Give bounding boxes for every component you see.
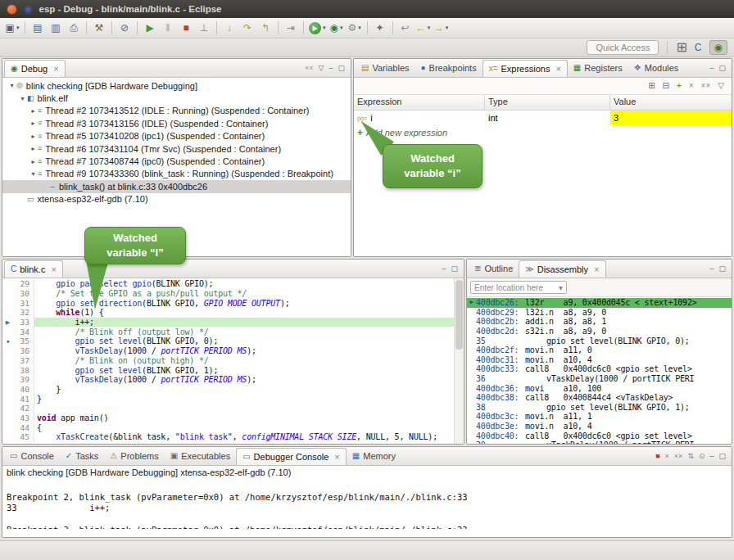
new-wizard-button[interactable]: ▣▾: [4, 20, 20, 36]
code-line[interactable]: 36 vTaskDelay(1000 / portTICK_PERIOD_MS)…: [2, 346, 455, 356]
expander-icon[interactable]: ▸: [29, 120, 38, 127]
collapse-all-icon[interactable]: ⊟: [663, 82, 669, 90]
tab-memory[interactable]: ▦Memory: [347, 447, 401, 465]
window-close-button[interactable]: [7, 4, 17, 15]
last-edit-button[interactable]: ↩: [397, 20, 414, 36]
code-line[interactable]: 32 while(1) {: [2, 308, 455, 318]
disasm-source-line[interactable]: 36vTaskDelay(1000 / portTICK_PERI: [467, 374, 732, 384]
code-line[interactable]: 34 /* Blink off (output low) */: [2, 327, 455, 336]
disasm-line[interactable]: 400dbc3c:movi.n a11, 1: [467, 412, 732, 422]
save-button[interactable]: ▤: [29, 20, 46, 36]
disasm-line[interactable]: 400dbc31:movi.n a10, 4: [467, 355, 732, 365]
chevron-down-icon[interactable]: ▾: [16, 25, 20, 31]
expander-icon[interactable]: ▾: [7, 82, 16, 89]
minimize-icon[interactable]: –: [709, 65, 714, 72]
maximize-icon[interactable]: ▢: [338, 65, 345, 72]
console-output[interactable]: Breakpoint 2, blink_task (pvParameter=0x…: [2, 491, 732, 529]
minimize-icon[interactable]: –: [442, 265, 446, 273]
tab-expressions[interactable]: x=Expressions×: [483, 60, 568, 77]
column-header-value[interactable]: Value: [610, 95, 732, 110]
scroll-lock-icon[interactable]: ⇅: [687, 453, 694, 460]
expander-icon[interactable]: ▸: [29, 133, 38, 140]
code-line[interactable]: 40 }: [2, 385, 455, 395]
tree-row[interactable]: ▾◧blink.elf: [2, 92, 351, 104]
chevron-down-icon[interactable]: ▾: [340, 25, 343, 31]
tab-problems[interactable]: ⚠Problems: [104, 447, 164, 465]
code-line[interactable]: 30 /* Set the GPIO as a push/pull output…: [2, 289, 455, 299]
tree-row[interactable]: ▾≡Thread #9 1073433360 (blink_task : Run…: [2, 168, 351, 180]
add-new-expression-row[interactable]: +Add new expression: [354, 125, 732, 140]
tree-row[interactable]: ▸≡Thread #7 1073408744 (ipc0) (Suspended…: [2, 155, 351, 167]
disasm-source-line[interactable]: 39vTaskDelay(1000 / portTICK_PERI: [467, 440, 732, 444]
code-line[interactable]: ▶33 i++;: [2, 318, 455, 327]
minimize-icon[interactable]: –: [709, 265, 714, 273]
run-button[interactable]: ▶▾: [308, 20, 327, 36]
build-button[interactable]: ⚒: [91, 20, 107, 36]
disasm-source-line[interactable]: 38gpio_set_level(BLINK_GPIO, 1);: [467, 403, 732, 413]
close-tab-icon[interactable]: ×: [334, 452, 339, 462]
code-line[interactable]: 38 gpio_set_level(BLINK_GPIO, 1);: [2, 365, 455, 375]
disconnect-button[interactable]: ⊥: [196, 20, 212, 36]
terminate-console-icon[interactable]: ■: [655, 453, 659, 460]
code-line[interactable]: 44{: [2, 422, 455, 432]
maximize-icon[interactable]: ▢: [718, 453, 726, 460]
code-line[interactable]: 29 gpio_pad_select_gpio(BLINK_GPIO);: [2, 279, 455, 289]
code-line[interactable]: 45 xTaskCreate(&blink_task, "blink_task"…: [2, 432, 455, 442]
code-line[interactable]: 42: [2, 404, 455, 413]
debug-perspective-button[interactable]: ◉: [709, 40, 727, 55]
tab-debugger-console[interactable]: ▭Debugger Console×: [236, 448, 347, 465]
location-combo[interactable]: Enter location here ▾: [470, 281, 567, 294]
view-menu-icon[interactable]: ▽: [319, 65, 324, 72]
step-over-button[interactable]: ↷: [239, 20, 256, 36]
tab-executables[interactable]: ▣Executables: [165, 447, 236, 465]
disasm-line[interactable]: 400dbc40:call8 0x400dc6c0 <gpio_set_leve…: [467, 431, 732, 440]
expander-icon[interactable]: ▸: [29, 107, 38, 115]
tree-row[interactable]: ▸≡Thread #2 1073413512 (IDLE : Running) …: [2, 105, 351, 117]
maximize-icon[interactable]: ▢: [718, 65, 726, 72]
tab-variables[interactable]: ▤Variables: [356, 59, 415, 77]
disasm-line[interactable]: 400dbc36:movi a10, 100: [467, 383, 732, 393]
new-watch-icon[interactable]: +: [677, 82, 682, 90]
code-line[interactable]: 37 /* Blink on (output high) */: [2, 356, 455, 366]
breakpoint-icon[interactable]: ●: [2, 338, 13, 344]
column-header-expression[interactable]: Expression: [354, 95, 485, 110]
disasm-line[interactable]: 400dbc33:call8 0x400dc6c0 <gpio_set_leve…: [467, 364, 732, 374]
view-menu-icon[interactable]: ▽: [718, 82, 724, 90]
tree-row[interactable]: ▸≡Thread #5 1073410208 (ipc1) (Suspended…: [2, 130, 351, 142]
disasm-line[interactable]: 400dbc29:l32i.n a8, a9, 0: [467, 308, 732, 318]
chevron-down-icon[interactable]: ▾: [446, 25, 449, 31]
disasm-source-line[interactable]: 35gpio_set_level(BLINK_GPIO, 0);: [467, 336, 732, 345]
maximize-icon[interactable]: ▢: [718, 265, 726, 273]
disasm-line[interactable]: ▶400dbc26:l32r a9, 0x400d045c <_stext+10…: [467, 298, 732, 308]
tab-debug[interactable]: ◉Debug×: [4, 60, 66, 77]
tab-modules[interactable]: ❖Modules: [628, 59, 685, 77]
save-all-button[interactable]: ▥: [48, 20, 64, 36]
minimize-icon[interactable]: –: [328, 65, 333, 72]
pin-console-icon[interactable]: ⊙: [699, 453, 705, 460]
tab-registers[interactable]: ▦Registers: [568, 59, 628, 77]
tree-row[interactable]: ▸≡Thread #6 1073431104 (Tmr Svc) (Suspen…: [2, 142, 351, 155]
remove-all-icon[interactable]: ××: [701, 82, 711, 90]
disasm-line[interactable]: 400dbc38:call8 0x400844c4 <vTaskDelay>: [467, 393, 732, 403]
suspend-button[interactable]: ‖: [160, 20, 176, 36]
close-tab-icon[interactable]: ×: [594, 264, 599, 274]
resume-button[interactable]: ▶: [142, 20, 158, 36]
chevron-down-icon[interactable]: ▾: [428, 25, 431, 31]
tab-console[interactable]: ▭Console: [4, 447, 60, 465]
remove-console-icon[interactable]: ×: [665, 453, 669, 460]
chevron-down-icon[interactable]: ▾: [559, 283, 563, 292]
code-line[interactable]: 31 gpio_set_direction(BLINK_GPIO, GPIO_M…: [2, 298, 455, 308]
back-button[interactable]: ←▾: [415, 20, 432, 36]
maximize-icon[interactable]: ▢: [451, 265, 458, 273]
skip-breakpoints-button[interactable]: ⊘: [116, 20, 133, 36]
editor-scrollbar[interactable]: [454, 278, 464, 444]
expander-icon[interactable]: ▾: [18, 95, 27, 102]
tree-row[interactable]: ▭xtensa-esp32-elf-gdb (7.10): [2, 193, 351, 205]
remove-terminated-icon[interactable]: ××: [305, 65, 314, 72]
code-line[interactable]: ●35 gpio_set_level(BLINK_GPIO, 0);: [2, 336, 455, 346]
chevron-down-icon[interactable]: ▾: [323, 25, 326, 31]
code-line[interactable]: 41}: [2, 394, 455, 404]
tab-blink-c[interactable]: Cblink.c×: [4, 260, 63, 278]
disasm-line[interactable]: 400dbc3e:movi.n a10, 4: [467, 422, 732, 431]
code-line[interactable]: 39 vTaskDelay(1000 / portTICK_PERIOD_MS)…: [2, 375, 455, 385]
